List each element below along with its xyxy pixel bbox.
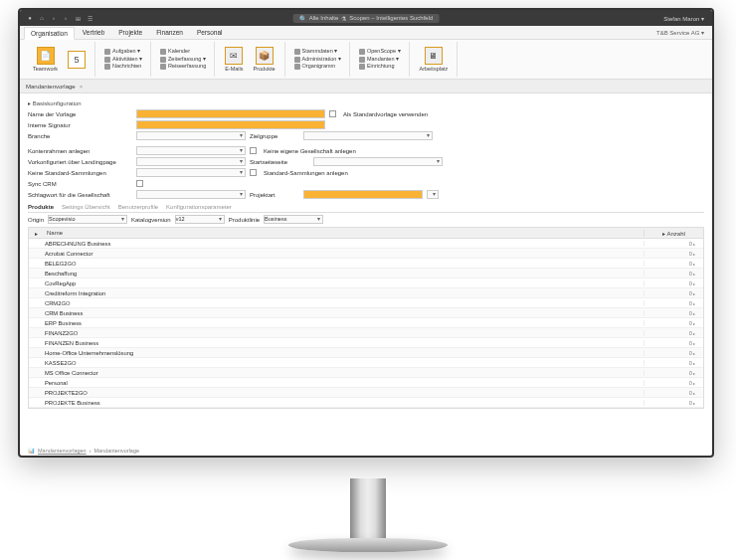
organigramm-button[interactable]: Organigramm (292, 63, 343, 71)
openscope-button[interactable]: OpenScope ▾ (357, 48, 403, 56)
cell-anzahl[interactable]: 0 (644, 330, 703, 336)
input-projektart[interactable] (303, 190, 423, 199)
table-row[interactable]: MS Office Connector0 (29, 368, 703, 378)
ribbon: 📄 Teamwork 5 Aufgaben ▾ Aktivitäten ▾ Na… (20, 40, 712, 80)
global-search[interactable]: 🔍 Alle Inhalte ⚗ Scopen – Intelligentes … (293, 14, 440, 23)
dropdown-origin[interactable]: Scopevisio (48, 215, 127, 224)
subtab-benutzerprofile[interactable]: Benutzerprofile (118, 204, 158, 210)
table-row[interactable]: CRM Business0 (29, 308, 703, 318)
table-row[interactable]: Personal0 (29, 378, 703, 388)
calendar-icon (160, 49, 166, 55)
zeiterfassung-button[interactable]: Zeiterfassung ▾ (158, 56, 208, 64)
kalender-button[interactable]: Kalender (158, 48, 208, 56)
table-row[interactable]: ABRECHNUNG Business0 (29, 239, 703, 249)
produkte-button[interactable]: 📦 Produkte (251, 46, 278, 73)
checkbox-keine-gesellschaft[interactable] (250, 147, 257, 154)
aktivitaeten-button[interactable]: Aktivitäten ▾ (102, 56, 144, 64)
dropdown-startseite[interactable] (313, 157, 443, 166)
dropdown-vorkonfiguriert[interactable] (136, 157, 246, 166)
cell-anzahl[interactable]: 0 (644, 310, 703, 316)
emails-button[interactable]: ✉ E-Mails (222, 46, 246, 73)
subtab-produkte[interactable]: Produkte (28, 204, 54, 210)
message-icon (104, 64, 110, 70)
cell-anzahl[interactable]: 0 (644, 271, 703, 277)
reiseerfassung-button[interactable]: Reiseerfassung (158, 63, 208, 71)
cell-anzahl[interactable]: 0 (644, 370, 703, 376)
table-row[interactable]: FINANZ2GO0 (29, 328, 703, 338)
table-row[interactable]: FINANZEN Business0 (29, 338, 703, 348)
cell-anzahl[interactable]: 0 (644, 340, 703, 346)
table-row[interactable]: Home-Office Unternehmenslösung0 (29, 348, 703, 358)
section-basiskonfiguration[interactable]: ▸ Basiskonfiguration (28, 99, 704, 106)
cell-anzahl[interactable]: 0 (644, 350, 703, 356)
user-menu[interactable]: Stefan Maron ▾ (663, 15, 704, 22)
column-name[interactable]: Name (41, 230, 644, 236)
cell-anzahl[interactable]: 0 (644, 241, 703, 247)
company-selector[interactable]: T&B Service AG ▾ (656, 29, 708, 36)
administration-button[interactable]: Administration ▾ (292, 56, 343, 64)
dropdown-katalogversion[interactable]: v12 (175, 215, 225, 224)
table-row[interactable]: CovRegApp0 (29, 279, 703, 288)
cell-anzahl[interactable]: 0 (644, 320, 703, 326)
tab-personal[interactable]: Personal (191, 27, 229, 38)
cell-name: CRM Business (29, 310, 644, 316)
dropdown-schlagwort[interactable] (136, 190, 246, 199)
cell-anzahl[interactable]: 0 (644, 390, 703, 396)
checkbox-sync-crm[interactable] (136, 180, 143, 187)
teamwork-button[interactable]: 📄 Teamwork (30, 46, 61, 73)
einrichtung-button[interactable]: Einrichtung (357, 63, 403, 71)
table-row[interactable]: KASSE2GO0 (29, 358, 703, 368)
dropdown-branche[interactable] (136, 131, 246, 140)
calendar-day-button[interactable]: 5 (65, 50, 89, 70)
dropdown-kontenrahmen[interactable] (136, 146, 246, 155)
forward-icon[interactable]: › (62, 14, 70, 22)
cell-anzahl[interactable]: 0 (644, 300, 703, 306)
tab-projekte[interactable]: Projekte (112, 27, 148, 38)
aufgaben-button[interactable]: Aufgaben ▾ (102, 48, 144, 56)
tab-vertrieb[interactable]: Vertrieb (77, 27, 110, 38)
table-row[interactable]: CRM2GO0 (29, 298, 703, 308)
table-row[interactable]: Beschaffung0 (29, 269, 703, 279)
cell-anzahl[interactable]: 0 (644, 360, 703, 366)
table-row[interactable]: ERP Business0 (29, 318, 703, 328)
sub-tabs: Produkte Settings Übersicht Benutzerprof… (28, 204, 704, 213)
nachrichten-button[interactable]: Nachrichten (102, 63, 144, 71)
input-name-vorlage[interactable] (136, 109, 325, 118)
table-row[interactable]: PROJEKTE Business0 (29, 398, 703, 408)
cell-anzahl[interactable]: 0 (644, 280, 703, 286)
cell-anzahl[interactable]: 0 (644, 380, 703, 386)
cell-anzahl[interactable]: 0 (644, 261, 703, 267)
arbeitsplatz-button[interactable]: 🖥 Arbeitsplatz (417, 46, 452, 73)
expand-all-icon[interactable]: ▸ (29, 230, 41, 237)
stammdaten-button[interactable]: Stammdaten ▾ (292, 48, 343, 56)
dropdown-zielgruppe[interactable] (303, 131, 433, 140)
dropdown-projektart[interactable] (427, 190, 439, 199)
home-icon[interactable]: ⌂ (38, 14, 46, 22)
document-tab[interactable]: Mandantenvorlage × (20, 80, 712, 93)
list-icon[interactable]: ☰ (86, 14, 93, 22)
close-tab-icon[interactable]: × (80, 84, 84, 90)
arbeitsplatz-label: Arbeitsplatz (420, 66, 449, 72)
subtab-settings[interactable]: Settings Übersicht (62, 204, 110, 210)
grid-icon[interactable]: ⊞ (74, 14, 82, 22)
checkbox-standard-sammlungen[interactable] (250, 169, 257, 176)
tab-organisation[interactable]: Organisation (24, 27, 75, 40)
table-row[interactable]: PROJEKTE2GO0 (29, 388, 703, 398)
table-row[interactable]: Creditreform Integration0 (29, 288, 703, 298)
setup-icon (359, 64, 365, 70)
table-row[interactable]: Acrobat Connector0 (29, 249, 703, 259)
subtab-konfiguration[interactable]: Konfigurationsparameter (166, 204, 232, 210)
checkbox-standardvorlage[interactable] (329, 110, 336, 117)
breadcrumb-parent[interactable]: Mandantenvorlagen (38, 448, 87, 454)
cell-anzahl[interactable]: 0 (644, 400, 703, 406)
back-icon[interactable]: ‹ (50, 14, 58, 22)
dropdown-produktlinie[interactable]: Business (264, 215, 323, 224)
mandanten-button[interactable]: Mandanten ▾ (357, 56, 403, 64)
input-interne-signatur[interactable] (136, 120, 325, 129)
cell-anzahl[interactable]: 0 (644, 290, 703, 296)
column-anzahl[interactable]: ▸ Anzahl (644, 230, 703, 237)
cell-anzahl[interactable]: 0 (644, 251, 703, 257)
table-row[interactable]: BELEG2GO0 (29, 259, 703, 269)
dropdown-keine-sammlungen[interactable] (136, 168, 246, 177)
tab-finanzen[interactable]: Finanzen (150, 27, 189, 38)
